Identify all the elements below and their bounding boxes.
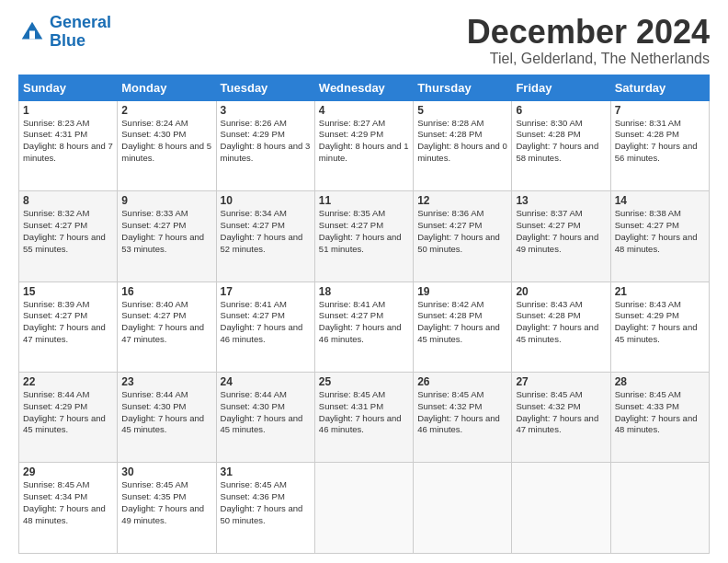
title-section: December 2024 Tiel, Gelderland, The Neth… (467, 14, 710, 67)
sunset-label: Sunset: 4:29 PM (221, 129, 285, 139)
table-row: 4Sunrise: 8:27 AMSunset: 4:29 PMDaylight… (314, 100, 413, 190)
day-info: Sunrise: 8:43 AMSunset: 4:28 PMDaylight:… (516, 299, 606, 346)
day-number: 18 (319, 285, 409, 298)
daylight-label: Daylight: 8 hours and 1 minute. (319, 141, 409, 163)
day-number: 17 (221, 285, 311, 298)
sunset-label: Sunset: 4:27 PM (319, 220, 383, 230)
sunset-label: Sunset: 4:27 PM (23, 310, 87, 320)
sunrise-label: Sunrise: 8:45 AM (23, 479, 89, 489)
day-number: 6 (516, 104, 606, 117)
daylight-label: Daylight: 7 hours and 48 minutes. (615, 413, 698, 435)
table-row: 20Sunrise: 8:43 AMSunset: 4:28 PMDayligh… (512, 282, 610, 372)
day-number: 20 (516, 285, 606, 298)
daylight-label: Daylight: 7 hours and 58 minutes. (516, 141, 598, 163)
table-row: 16Sunrise: 8:40 AMSunset: 4:27 PMDayligh… (118, 282, 216, 372)
sunset-label: Sunset: 4:27 PM (319, 310, 383, 320)
day-info: Sunrise: 8:33 AMSunset: 4:27 PMDaylight:… (121, 208, 211, 255)
day-info: Sunrise: 8:26 AMSunset: 4:29 PMDaylight:… (221, 118, 311, 165)
daylight-label: Daylight: 7 hours and 47 minutes. (121, 322, 204, 344)
table-row: 19Sunrise: 8:42 AMSunset: 4:28 PMDayligh… (414, 282, 512, 372)
daylight-label: Daylight: 7 hours and 48 minutes. (615, 232, 698, 254)
sunrise-label: Sunrise: 8:38 AM (615, 208, 681, 218)
table-row: 7Sunrise: 8:31 AMSunset: 4:28 PMDaylight… (610, 100, 709, 190)
col-thursday: Thursday (414, 75, 512, 100)
location: Tiel, Gelderland, The Netherlands (467, 51, 710, 67)
col-sunday: Sunday (19, 75, 118, 100)
sunset-label: Sunset: 4:29 PM (319, 129, 383, 139)
daylight-label: Daylight: 7 hours and 47 minutes. (23, 322, 106, 344)
sunrise-label: Sunrise: 8:30 AM (516, 118, 582, 128)
table-row: 3Sunrise: 8:26 AMSunset: 4:29 PMDaylight… (216, 100, 314, 190)
table-row: 11Sunrise: 8:35 AMSunset: 4:27 PMDayligh… (314, 191, 413, 282)
sunrise-label: Sunrise: 8:45 AM (121, 479, 188, 489)
sunset-label: Sunset: 4:27 PM (23, 220, 87, 230)
table-row: 31Sunrise: 8:45 AMSunset: 4:36 PMDayligh… (216, 463, 314, 554)
daylight-label: Daylight: 7 hours and 52 minutes. (221, 232, 303, 254)
sunset-label: Sunset: 4:33 PM (615, 401, 679, 411)
day-info: Sunrise: 8:24 AMSunset: 4:30 PMDaylight:… (121, 118, 211, 165)
sunset-label: Sunset: 4:27 PM (516, 220, 580, 230)
daylight-label: Daylight: 7 hours and 50 minutes. (417, 232, 500, 254)
daylight-label: Daylight: 7 hours and 47 minutes. (516, 413, 598, 435)
sunrise-label: Sunrise: 8:34 AM (221, 208, 287, 218)
daylight-label: Daylight: 8 hours and 3 minutes. (221, 141, 311, 163)
day-number: 21 (615, 285, 705, 298)
table-row: 29Sunrise: 8:45 AMSunset: 4:34 PMDayligh… (19, 463, 118, 554)
daylight-label: Daylight: 7 hours and 45 minutes. (417, 322, 500, 344)
col-friday: Friday (512, 75, 610, 100)
day-info: Sunrise: 8:28 AMSunset: 4:28 PMDaylight:… (417, 118, 507, 165)
sunset-label: Sunset: 4:27 PM (121, 220, 186, 230)
sunset-label: Sunset: 4:34 PM (23, 491, 87, 501)
day-info: Sunrise: 8:45 AMSunset: 4:32 PMDaylight:… (516, 389, 606, 436)
day-number: 26 (417, 375, 507, 388)
daylight-label: Daylight: 7 hours and 51 minutes. (319, 232, 402, 254)
daylight-label: Daylight: 7 hours and 46 minutes. (221, 322, 303, 344)
day-number: 30 (121, 465, 211, 478)
daylight-label: Daylight: 7 hours and 45 minutes. (615, 322, 698, 344)
sunset-label: Sunset: 4:36 PM (221, 491, 285, 501)
daylight-label: Daylight: 7 hours and 45 minutes. (221, 413, 303, 435)
day-number: 1 (23, 104, 113, 117)
day-info: Sunrise: 8:40 AMSunset: 4:27 PMDaylight:… (121, 299, 211, 346)
daylight-label: Daylight: 7 hours and 46 minutes. (417, 413, 500, 435)
sunset-label: Sunset: 4:29 PM (23, 401, 87, 411)
day-number: 5 (417, 104, 507, 117)
sunrise-label: Sunrise: 8:36 AM (417, 208, 483, 218)
day-number: 22 (23, 375, 113, 388)
calendar-week-row: 1Sunrise: 8:23 AMSunset: 4:31 PMDaylight… (19, 100, 710, 190)
sunrise-label: Sunrise: 8:24 AM (121, 118, 188, 128)
sunset-label: Sunset: 4:32 PM (417, 401, 482, 411)
day-info: Sunrise: 8:43 AMSunset: 4:29 PMDaylight:… (615, 299, 705, 346)
col-wednesday: Wednesday (314, 75, 413, 100)
sunset-label: Sunset: 4:28 PM (417, 310, 482, 320)
daylight-label: Daylight: 7 hours and 53 minutes. (121, 232, 204, 254)
logo-text: General Blue (50, 14, 111, 51)
daylight-label: Daylight: 8 hours and 0 minutes. (417, 141, 507, 163)
table-row (314, 463, 413, 554)
calendar-week-row: 22Sunrise: 8:44 AMSunset: 4:29 PMDayligh… (19, 373, 710, 463)
sunrise-label: Sunrise: 8:45 AM (516, 389, 582, 399)
daylight-label: Daylight: 7 hours and 45 minutes. (516, 322, 598, 344)
day-info: Sunrise: 8:32 AMSunset: 4:27 PMDaylight:… (23, 208, 113, 255)
sunset-label: Sunset: 4:28 PM (516, 310, 580, 320)
sunset-label: Sunset: 4:28 PM (417, 129, 482, 139)
sunset-label: Sunset: 4:27 PM (615, 220, 679, 230)
sunset-label: Sunset: 4:27 PM (221, 220, 285, 230)
sunrise-label: Sunrise: 8:43 AM (516, 299, 582, 309)
day-number: 10 (221, 194, 311, 207)
table-row: 21Sunrise: 8:43 AMSunset: 4:29 PMDayligh… (610, 282, 709, 372)
daylight-label: Daylight: 7 hours and 45 minutes. (23, 413, 106, 435)
day-info: Sunrise: 8:45 AMSunset: 4:33 PMDaylight:… (615, 389, 705, 436)
day-info: Sunrise: 8:37 AMSunset: 4:27 PMDaylight:… (516, 208, 606, 255)
sunrise-label: Sunrise: 8:35 AM (319, 208, 385, 218)
svg-rect-1 (29, 30, 35, 39)
table-row: 30Sunrise: 8:45 AMSunset: 4:35 PMDayligh… (118, 463, 216, 554)
day-number: 28 (615, 375, 705, 388)
daylight-label: Daylight: 8 hours and 7 minutes. (23, 141, 113, 163)
table-row: 17Sunrise: 8:41 AMSunset: 4:27 PMDayligh… (216, 282, 314, 372)
daylight-label: Daylight: 8 hours and 5 minutes. (121, 141, 211, 163)
table-row: 25Sunrise: 8:45 AMSunset: 4:31 PMDayligh… (314, 373, 413, 463)
table-row: 26Sunrise: 8:45 AMSunset: 4:32 PMDayligh… (414, 373, 512, 463)
sunrise-label: Sunrise: 8:40 AM (121, 299, 188, 309)
table-row: 10Sunrise: 8:34 AMSunset: 4:27 PMDayligh… (216, 191, 314, 282)
